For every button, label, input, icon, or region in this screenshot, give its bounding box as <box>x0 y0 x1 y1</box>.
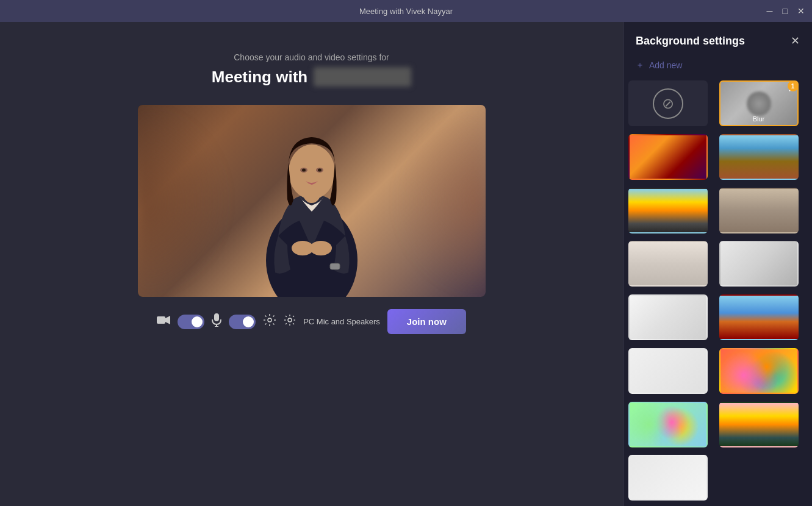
blur-preview-circle <box>747 91 771 116</box>
svg-point-6 <box>318 169 322 172</box>
meeting-title: Meeting with <box>212 67 411 87</box>
close-button[interactable]: ✕ <box>797 7 805 15</box>
svg-point-8 <box>310 241 332 255</box>
blur-right <box>394 105 486 297</box>
blur-selected-badge: 1 <box>788 80 799 91</box>
svg-rect-11 <box>214 313 219 321</box>
background-grid: ⊘ 1 Blur ✓ <box>623 80 812 506</box>
minimize-button[interactable]: ─ <box>767 7 773 15</box>
background-item-room2[interactable] <box>628 241 708 287</box>
video-background <box>138 105 486 297</box>
camera-icon[interactable] <box>157 315 170 328</box>
svg-rect-9 <box>330 263 340 269</box>
window-controls: ─ □ ✕ <box>767 7 805 15</box>
bg-settings-header: Background settings ✕ <box>623 22 812 54</box>
bg-settings-close-button[interactable]: ✕ <box>791 34 800 48</box>
audio-device-label: PC Mic and Speakers <box>303 317 380 326</box>
video-preview <box>138 105 486 297</box>
svg-point-2 <box>289 144 335 199</box>
svg-point-5 <box>302 169 306 172</box>
background-item-plain1[interactable] <box>628 348 708 394</box>
blur-left <box>138 105 229 297</box>
maximize-button[interactable]: □ <box>783 7 788 15</box>
no-background-icon: ⊘ <box>653 88 683 119</box>
svg-point-14 <box>268 318 271 322</box>
video-toggle[interactable] <box>178 315 204 329</box>
subtitle-text: Choose your audio and video settings for <box>234 52 389 62</box>
audio-toggle-knob <box>243 316 254 327</box>
join-now-button[interactable]: Join now <box>387 309 466 334</box>
controls-bar: PC Mic and Speakers Join now <box>157 309 466 334</box>
window-title: Meeting with Vivek Nayyar <box>359 7 453 16</box>
meeting-name-blurred <box>314 67 411 87</box>
mic-icon[interactable] <box>212 313 221 330</box>
svg-point-15 <box>288 318 292 322</box>
background-item-blur[interactable]: 1 Blur ✓ <box>719 80 799 126</box>
background-item-none[interactable]: ⊘ <box>628 80 708 126</box>
background-item-bridge1[interactable] <box>719 402 799 447</box>
video-toggle-knob <box>192 316 203 327</box>
background-settings-panel: Background settings ✕ ＋ Add new ⊘ 1 Blur… <box>623 22 812 506</box>
background-item-balloons1[interactable] <box>719 348 799 394</box>
background-item-city1[interactable] <box>628 188 708 233</box>
background-item-modern1[interactable] <box>719 241 799 287</box>
person-figure <box>245 126 379 297</box>
blur-label: Blur <box>753 115 765 123</box>
settings-icon[interactable] <box>284 314 296 329</box>
background-item-abstract1[interactable] <box>628 134 708 180</box>
bg-settings-title: Background settings <box>636 35 745 48</box>
background-item-balloons2[interactable] <box>628 402 708 447</box>
title-bar: Meeting with Vivek Nayyar ─ □ ✕ <box>0 0 812 22</box>
background-item-lounge1[interactable] <box>719 294 799 340</box>
add-icon: ＋ <box>636 60 644 71</box>
left-panel: Choose your audio and video settings for… <box>0 22 623 506</box>
main-content: Choose your audio and video settings for… <box>0 22 812 506</box>
background-item-room1[interactable] <box>719 188 799 233</box>
effects-icon[interactable] <box>263 313 276 330</box>
add-new-background-button[interactable]: ＋ Add new <box>623 54 812 80</box>
background-item-white1[interactable] <box>628 294 708 340</box>
background-item-office1[interactable] <box>719 134 799 180</box>
audio-toggle[interactable] <box>229 315 256 329</box>
meeting-with-label: Meeting with <box>212 68 307 87</box>
add-new-label: Add new <box>649 60 682 70</box>
svg-rect-10 <box>157 316 165 324</box>
background-item-last1[interactable] <box>628 455 708 501</box>
